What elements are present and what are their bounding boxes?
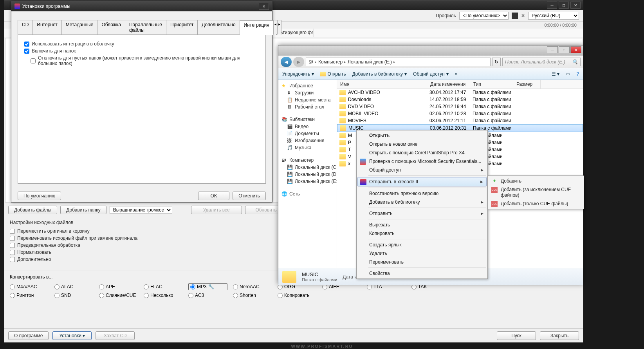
format-radio[interactable]: [10, 293, 15, 298]
tree-favorites[interactable]: Избранное: [289, 83, 313, 89]
format-m4aaac[interactable]: M4A/AAC: [10, 283, 49, 290]
tree-music[interactable]: Музыка: [295, 145, 311, 150]
menu-item[interactable]: Отправить в xrecode II▶: [357, 177, 487, 186]
disable-empty-checkbox[interactable]: [31, 58, 36, 63]
format-radio[interactable]: [233, 284, 238, 289]
format-radio[interactable]: [144, 293, 149, 298]
file-row[interactable]: DVD VIDEO24.05.2012 19:44Папка с файлами: [337, 103, 583, 110]
col-type[interactable]: Тип: [470, 80, 513, 89]
minimize-button[interactable]: ─: [547, 2, 557, 9]
tree-video[interactable]: Видео: [295, 124, 308, 129]
open-button[interactable]: Открыть: [320, 71, 346, 77]
menu-item[interactable]: Проверка с помощью Microsoft Security Es…: [357, 157, 487, 166]
format-ac3[interactable]: AC3: [188, 293, 227, 298]
cancel-button[interactable]: Отменить: [233, 192, 266, 200]
tab-integration[interactable]: Интеграция: [240, 20, 274, 35]
save-icon[interactable]: [512, 13, 518, 19]
add-library-menu[interactable]: Добавить в библиотеку ▾: [352, 71, 407, 77]
submenu-item[interactable]: CUEДобавить (только CUE файлы): [489, 199, 583, 208]
share-menu[interactable]: Общий доступ ▾: [413, 71, 449, 77]
delete-all-button[interactable]: Удалить все: [191, 206, 242, 214]
shell-integration-checkbox[interactable]: [24, 42, 29, 47]
tree-images[interactable]: Изображения: [295, 138, 324, 143]
preprocess-checkbox[interactable]: [10, 243, 15, 248]
default-button[interactable]: По умолчанию: [18, 192, 61, 200]
tab-parallel[interactable]: Параллельные файлы: [125, 20, 166, 34]
tree-recent[interactable]: Недавние места: [295, 97, 330, 103]
menu-item[interactable]: Восстановить прежнюю версию: [357, 189, 487, 198]
menu-item[interactable]: Свойства: [357, 269, 487, 278]
tab-priority[interactable]: Приоритет: [166, 20, 198, 34]
tab-cd[interactable]: CD: [18, 20, 33, 34]
view-menu[interactable]: ☰ ▾: [552, 71, 559, 77]
menu-item[interactable]: Открыть с помощью Corel PaintShop Pro X4: [357, 148, 487, 157]
format-рингтон[interactable]: Рингтон: [10, 293, 49, 298]
tree-computer[interactable]: Компьютер: [289, 157, 314, 163]
format-radio[interactable]: [278, 293, 283, 298]
format-mp3[interactable]: MP3 🔧: [188, 283, 227, 290]
format-слияниеcue[interactable]: Слияние/CUE: [99, 293, 138, 298]
format-radio[interactable]: [10, 284, 15, 289]
tab-internet[interactable]: Интернет: [32, 20, 61, 34]
tree-documents[interactable]: Документы: [295, 131, 319, 136]
tree-network[interactable]: Сеть: [289, 191, 300, 197]
add-files-button[interactable]: Добавить файлы: [8, 206, 57, 214]
about-button[interactable]: О программе: [8, 331, 49, 340]
forward-button[interactable]: ►: [293, 57, 304, 67]
explorer-tree[interactable]: ★Избранное ⬇Загрузки 📋Недавние места 🖥Ра…: [278, 80, 337, 268]
format-shorten[interactable]: Shorten: [233, 293, 272, 298]
submenu-item[interactable]: CUEДобавить (за исключением CUE файлов): [489, 185, 583, 199]
normalize-select[interactable]: Выравнивание громкости: [110, 206, 172, 214]
start-button[interactable]: Пуск: [497, 331, 536, 340]
crumb-computer[interactable]: Компьютер: [318, 59, 343, 65]
menu-item[interactable]: Отправить▶: [357, 209, 487, 218]
ok-button[interactable]: OK: [198, 192, 229, 200]
format-alac[interactable]: ALAC: [54, 283, 94, 290]
exp-minimize-button[interactable]: ─: [547, 46, 558, 53]
menu-item[interactable]: Переименовать: [357, 258, 487, 266]
profile-select[interactable]: <По умолчанию>: [459, 12, 509, 20]
settings-button[interactable]: Установки ▾: [52, 331, 92, 340]
wrench-icon[interactable]: 🔧: [208, 284, 214, 289]
format-radio[interactable]: [54, 293, 60, 298]
col-name[interactable]: Имя: [337, 80, 427, 89]
format-radio[interactable]: [99, 293, 104, 298]
close-app-button[interactable]: Закрыть: [540, 331, 579, 340]
refresh-icon[interactable]: ↻: [492, 58, 501, 66]
preview-pane-button[interactable]: ▭: [566, 71, 570, 77]
format-snd[interactable]: SND: [54, 293, 94, 298]
submenu-item[interactable]: +Добавить: [489, 177, 583, 185]
exp-close-button[interactable]: ✕: [570, 46, 581, 53]
delete-profile-icon[interactable]: ✕: [521, 13, 525, 18]
normalize-checkbox[interactable]: [10, 250, 15, 255]
menu-item[interactable]: Копировать: [357, 229, 487, 238]
organize-menu[interactable]: Упорядочить ▾: [282, 71, 314, 77]
rename-original-checkbox[interactable]: [10, 236, 15, 241]
tab-scroll-right[interactable]: ▸: [277, 20, 281, 34]
context-submenu[interactable]: +ДобавитьCUEДобавить (за исключением CUE…: [488, 175, 584, 209]
tab-cover[interactable]: Обложка: [97, 20, 125, 34]
crumb-disk[interactable]: Локальный диск (E:): [348, 59, 392, 65]
format-radio[interactable]: [233, 293, 238, 298]
menu-item[interactable]: Открыть: [357, 131, 487, 140]
exp-maximize-button[interactable]: □: [559, 46, 570, 53]
file-row[interactable]: Downloads14.07.2012 18:59Папка с файлами: [337, 96, 583, 103]
context-menu[interactable]: ОткрытьОткрыть в новом окнеОткрыть с пом…: [356, 130, 488, 279]
back-button[interactable]: ◄: [281, 57, 292, 67]
format-radio[interactable]: [54, 284, 60, 289]
menu-item[interactable]: Создать ярлык: [357, 241, 487, 249]
file-row[interactable]: MOBIL VIDEO02.06.2012 10:28Папка с файла…: [337, 110, 583, 117]
format-несколько[interactable]: Несколько: [144, 293, 183, 298]
tree-drive-c[interactable]: Локальный диск (C: [295, 165, 336, 170]
format-radio[interactable]: [99, 284, 104, 289]
file-row[interactable]: MOVIES03.06.2012 21:11Папка с файлами: [337, 117, 583, 124]
enable-folders-checkbox[interactable]: [24, 49, 29, 54]
tree-drive-d[interactable]: Локальный диск (D: [295, 172, 336, 177]
extra-src-checkbox[interactable]: [10, 257, 15, 262]
format-flac[interactable]: FLAC: [144, 283, 183, 290]
format-ape[interactable]: APE: [99, 283, 138, 290]
language-select[interactable]: Русский (RU): [528, 12, 579, 20]
tree-downloads[interactable]: Загрузки: [295, 90, 314, 96]
menu-item[interactable]: Удалить: [357, 249, 487, 258]
format-radio[interactable]: [188, 293, 193, 298]
